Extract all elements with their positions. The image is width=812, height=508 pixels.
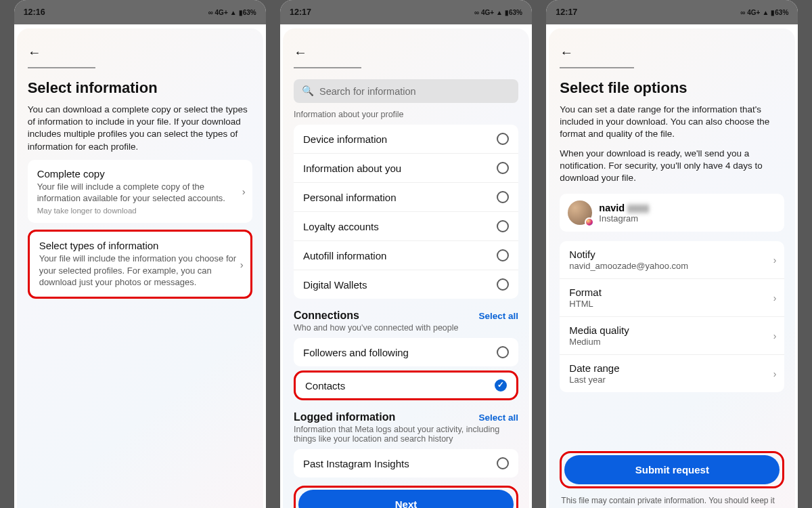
- page-description: You can set a date range for the informa…: [560, 104, 784, 141]
- back-button[interactable]: ←: [28, 41, 95, 68]
- select-all-link[interactable]: Select all: [478, 311, 518, 321]
- sheet: ← 🔍 Search for information Information a…: [283, 28, 529, 508]
- page-title: Select information: [28, 79, 252, 97]
- phone-screen-1: 12:16 ∞ 4G+ ▲ ▮63% ← Select information …: [14, 0, 266, 508]
- status-bar: 12:16 ∞ 4G+ ▲ ▮63%: [14, 0, 266, 24]
- profile-section-label: Information about your profile: [294, 110, 518, 119]
- list-item[interactable]: Device information: [294, 125, 518, 154]
- section-title: Logged information: [294, 411, 395, 423]
- instagram-badge-icon: [585, 217, 594, 227]
- radio-icon[interactable]: [497, 191, 509, 203]
- section-sub: Information that Meta logs about your ac…: [294, 425, 518, 444]
- page-description-2: When your download is ready, we'll send …: [560, 148, 784, 185]
- connections-list: Followers and following: [294, 338, 518, 366]
- chevron-right-icon: ›: [240, 258, 244, 270]
- radio-icon[interactable]: [497, 162, 509, 174]
- option-date-range[interactable]: Date range Last year ›: [560, 355, 784, 392]
- chevron-right-icon: ›: [773, 368, 777, 379]
- status-icons: ∞ 4G+ ▲ ▮63%: [208, 9, 256, 16]
- chevron-right-icon: ›: [773, 293, 777, 303]
- sheet: ← Select information You can download a …: [17, 28, 263, 508]
- status-icons: ∞ 4G+ ▲ ▮63%: [740, 9, 788, 16]
- back-button[interactable]: ←: [560, 41, 634, 68]
- back-button[interactable]: ←: [294, 41, 361, 68]
- option-sub: Your file will include a complete copy o…: [37, 181, 243, 205]
- radio-icon[interactable]: [497, 346, 509, 358]
- clock: 12:17: [556, 7, 577, 17]
- account-platform: Instagram: [599, 213, 649, 224]
- radio-icon[interactable]: [497, 220, 509, 232]
- clock: 12:16: [24, 7, 45, 17]
- option-complete-copy[interactable]: Complete copy Your file will include a c…: [28, 160, 252, 223]
- page-description: You can download a complete copy or sele…: [28, 104, 252, 153]
- radio-icon[interactable]: [497, 249, 509, 261]
- chevron-right-icon: ›: [242, 186, 246, 197]
- account-card: navid ▮▮▮▮ Instagram: [560, 194, 784, 232]
- logged-list: Past Instagram Insights: [294, 449, 518, 478]
- option-format[interactable]: Format HTML ›: [560, 279, 784, 317]
- avatar: [568, 200, 592, 225]
- highlight-box: Next: [294, 486, 518, 508]
- profile-info-list: Device information Information about you…: [294, 125, 518, 299]
- submit-request-button[interactable]: Submit request: [564, 455, 780, 484]
- phone-screen-2: 12:17 ∞ 4G+ ▲ ▮63% ← 🔍 Search for inform…: [280, 0, 532, 508]
- option-sub: Your file will include the information y…: [39, 253, 241, 289]
- chevron-right-icon: ›: [773, 331, 777, 341]
- list-item-contacts[interactable]: Contacts: [294, 371, 518, 400]
- select-all-link[interactable]: Select all: [478, 412, 518, 423]
- option-hint: May take longer to download: [37, 207, 243, 215]
- privacy-footnote: This file may contain private informatio…: [560, 495, 784, 508]
- option-notify[interactable]: Notify navid_amoozade@yahoo.com ›: [560, 241, 784, 279]
- list-item[interactable]: Followers and following: [294, 338, 518, 366]
- status-bar: 12:17 ∞ 4G+ ▲ ▮63%: [546, 0, 798, 24]
- list-item[interactable]: Loyalty accounts: [294, 212, 518, 241]
- radio-icon[interactable]: [497, 133, 509, 145]
- option-select-types[interactable]: Select types of information Your file wi…: [28, 230, 252, 299]
- radio-checked-icon[interactable]: [495, 379, 507, 391]
- section-sub: Who and how you've connected with people: [294, 323, 518, 333]
- search-placeholder: Search for information: [319, 86, 416, 97]
- phone-screen-3: 12:17 ∞ 4G+ ▲ ▮63% ← Select file options…: [546, 0, 798, 508]
- bottom-bar: Next: [294, 480, 518, 508]
- highlight-box: Submit request: [560, 451, 784, 488]
- sheet: ← Select file options You can set a date…: [549, 28, 795, 508]
- account-name: navid ▮▮▮▮: [599, 203, 649, 213]
- connections-header: Connections Select all: [294, 310, 518, 322]
- arrow-left-icon: ←: [28, 45, 41, 60]
- file-options-list: Notify navid_amoozade@yahoo.com › Format…: [560, 241, 784, 392]
- list-item[interactable]: Past Instagram Insights: [294, 449, 518, 478]
- logged-header: Logged information Select all: [294, 411, 518, 423]
- option-title: Select types of information: [39, 240, 241, 251]
- search-input[interactable]: 🔍 Search for information: [294, 79, 518, 103]
- search-icon: 🔍: [302, 85, 314, 97]
- section-title: Connections: [294, 310, 359, 322]
- option-title: Complete copy: [37, 168, 243, 179]
- list-item[interactable]: Autofill information: [294, 241, 518, 270]
- list-item[interactable]: Information about you: [294, 154, 518, 183]
- arrow-left-icon: ←: [560, 45, 573, 60]
- arrow-left-icon: ←: [294, 45, 307, 60]
- chevron-right-icon: ›: [773, 255, 777, 266]
- next-button[interactable]: Next: [298, 490, 514, 508]
- status-bar: 12:17 ∞ 4G+ ▲ ▮63%: [280, 0, 532, 24]
- list-item[interactable]: Digital Wallets: [294, 270, 518, 299]
- page-title: Select file options: [560, 79, 784, 97]
- status-icons: ∞ 4G+ ▲ ▮63%: [474, 9, 522, 16]
- radio-icon[interactable]: [497, 457, 509, 469]
- clock: 12:17: [290, 7, 311, 17]
- bottom-bar: Submit request This file may contain pri…: [560, 446, 784, 508]
- radio-icon[interactable]: [497, 278, 509, 291]
- option-media-quality[interactable]: Media quality Medium ›: [560, 317, 784, 355]
- list-item[interactable]: Personal information: [294, 183, 518, 212]
